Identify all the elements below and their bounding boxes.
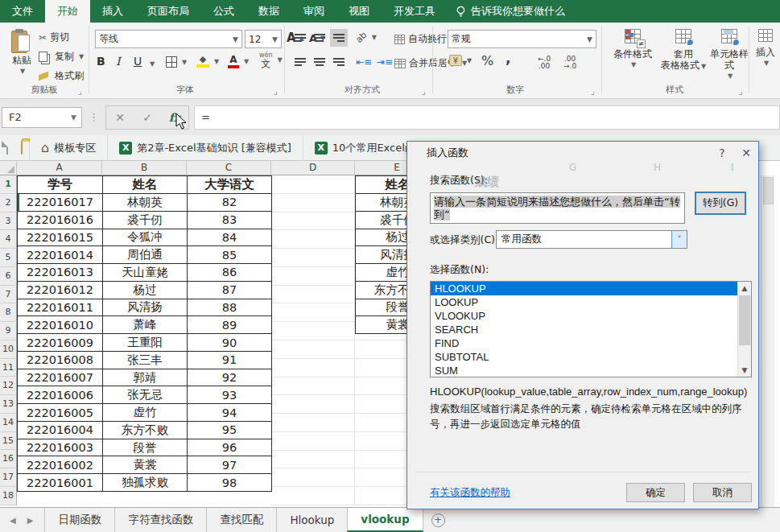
scroll-down-icon[interactable]: ▼ [738,364,751,377]
menu-tab[interactable]: 开始 [45,0,90,23]
student-name-cell[interactable]: 东方不败 [103,421,188,439]
row-header[interactable]: 2 [0,194,17,212]
comma-button[interactable]: , [506,50,510,66]
score-cell[interactable]: 93 [188,386,272,404]
increase-decimal-button[interactable]: ←.0.00 [538,56,551,70]
cut-button[interactable]: ✂剪切 [39,31,69,44]
student-name-cell[interactable]: 裘千仞 [103,211,188,229]
paste-button[interactable]: 粘贴 ▼ [6,29,37,77]
function-list-item[interactable]: FIND [431,336,737,350]
copy-button[interactable]: 复制▼ [39,50,84,64]
student-name-cell[interactable]: 萧峰 [103,316,188,334]
vertical-scrollbar[interactable] [761,175,774,507]
score-cell[interactable]: 96 [188,439,272,456]
student-id-cell[interactable]: 222016006 [18,386,103,404]
align-left-button[interactable] [291,53,309,71]
alignment-dialog-launcher[interactable]: ⌟ [422,87,426,96]
sheet-tab[interactable]: 日期函数 [44,508,114,532]
format-as-table-button[interactable]: 套用 表格格式▼ [660,29,707,72]
font-color-button[interactable]: A▼ [228,55,249,68]
listbox-scrollbar[interactable]: ▲ ▼ [737,282,751,377]
function-list-item[interactable]: SEARCH [431,323,737,336]
student-name-cell[interactable]: 虚竹 [103,404,188,422]
student-name-cell[interactable]: 周伯通 [103,246,188,264]
score-cell[interactable]: 98 [188,474,272,492]
borders-button[interactable]: ▼ [166,56,187,68]
row-header[interactable]: 9 [0,322,17,340]
score-cell[interactable]: 83 [188,211,272,229]
student-id-cell[interactable]: 222016010 [18,316,103,334]
menu-tab[interactable]: 开发工具 [382,0,448,23]
conditional-formatting-button[interactable]: ≠ 条件格式 ▼ [608,29,658,71]
function-list-item[interactable]: HLOOKUP [431,282,737,295]
function-help-link[interactable]: 有关该函数的帮助 [430,486,510,500]
row-header[interactable]: 7 [0,286,17,304]
row-header[interactable]: 14 [0,414,17,432]
score-cell[interactable]: 91 [188,351,272,369]
row-header[interactable]: 17 [0,468,17,487]
student-id-cell[interactable]: 222016009 [18,334,103,352]
student-name-cell[interactable]: 郭靖 [103,369,188,386]
insert-cells-button[interactable]: 插入 ▼ [753,29,778,69]
phonetic-button[interactable]: wén文 ▼ [259,52,283,68]
dialog-close-button[interactable]: ✕ [734,146,758,159]
sheet-tab[interactable]: Hlookup [276,508,347,532]
currency-button[interactable]: ¥▼ [449,55,472,66]
student-id-cell[interactable]: 222016011 [18,299,103,316]
student-id-cell[interactable]: 222016004 [18,421,103,439]
orientation-button[interactable]: ab▼ [356,32,377,43]
column-header-c[interactable]: C [187,161,271,175]
font-size-combo[interactable]: 12▼ [245,30,282,48]
student-id-cell[interactable]: 222016003 [18,439,103,456]
student-name-cell[interactable]: 独孤求败 [103,474,188,492]
score-cell[interactable]: 89 [188,316,272,334]
dialog-help-button[interactable]: ? [710,146,734,159]
prev-sheet-icon[interactable]: ◀ [10,516,16,525]
score-cell[interactable]: 95 [188,421,272,439]
open-folder-button[interactable] [21,142,23,154]
score-cell[interactable]: 92 [188,369,272,386]
next-sheet-icon[interactable]: ▶ [27,516,34,525]
doc-tab-template-zone[interactable]: ⌂ 模板专区 [29,135,107,161]
decrease-decimal-button[interactable]: .00→.0 [563,56,576,70]
student-name-cell[interactable]: 段誉 [103,439,188,456]
cell-styles-button[interactable]: 单元格样式 ▼ [708,29,750,82]
italic-button[interactable]: I [116,55,121,68]
row-header[interactable]: 16 [0,450,17,468]
student-name-cell[interactable]: 杨过 [103,281,188,299]
new-document-button[interactable] [6,142,8,154]
enter-formula-button[interactable]: ✓ [134,111,161,124]
menu-tab[interactable]: 审阅 [291,0,336,23]
student-name-cell[interactable]: 张无忌 [103,386,188,404]
percent-button[interactable]: % [481,53,493,68]
row-header[interactable]: 4 [0,230,17,249]
student-id-cell[interactable]: 222016005 [18,404,103,422]
cell-b1[interactable]: 姓名 [103,176,188,194]
row-header[interactable]: 8 [0,303,17,322]
fill-color-button[interactable]: ◆▼ [196,55,219,68]
score-cell[interactable]: 82 [188,194,272,212]
row-header[interactable]: 3 [0,212,17,231]
student-id-cell[interactable]: 222016014 [18,246,103,264]
increase-indent-button[interactable]: ⇥≡ [377,56,393,68]
score-cell[interactable]: 86 [188,264,272,282]
scrollbar-thumb[interactable] [763,177,774,204]
student-id-cell[interactable]: 222016013 [18,264,103,282]
dialog-title-bar[interactable]: 插入函数 ? ✕ [407,142,758,163]
function-list-item[interactable]: SUM [431,364,737,377]
ok-button[interactable]: 确定 [626,483,685,502]
student-name-cell[interactable]: 天山童姥 [103,264,188,282]
category-dropdown-arrow-icon[interactable]: ˅ [671,231,687,248]
cancel-formula-button[interactable]: ✕ [106,111,134,124]
function-list-item[interactable]: SUBTOTAL [431,350,737,364]
student-name-cell[interactable]: 王重阳 [103,334,188,352]
font-dialog-launcher[interactable]: ⌟ [274,87,278,96]
score-cell[interactable]: 87 [188,281,272,299]
sheet-tab[interactable]: 查找匹配 [206,508,276,532]
wrap-text-button[interactable]: 自动换行 [394,32,447,46]
student-id-cell[interactable]: 222016008 [18,351,103,369]
score-cell[interactable]: 85 [188,246,272,264]
student-id-cell[interactable]: 222016017 [18,194,103,212]
function-list-item[interactable]: LOOKUP [431,295,737,309]
cell-c1[interactable]: 大学语文 [188,176,272,194]
